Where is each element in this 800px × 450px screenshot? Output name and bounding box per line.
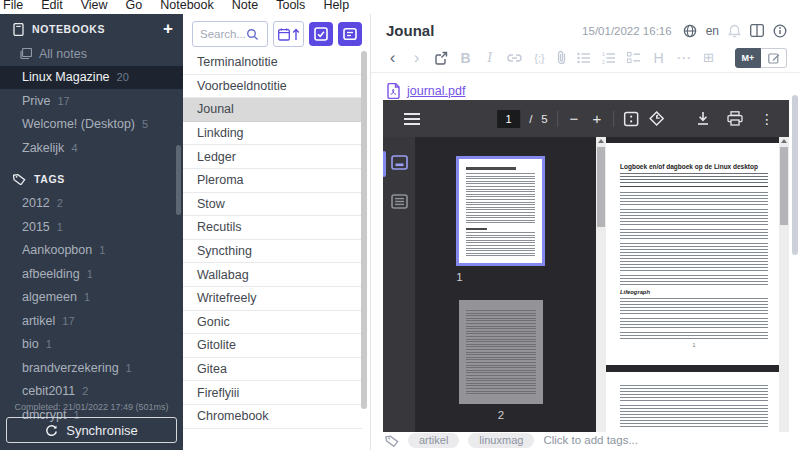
insert-plugin-button[interactable]: ⊞ (702, 50, 715, 65)
pdf-zoom-out-button[interactable]: − (567, 110, 581, 127)
note-list-item[interactable]: Wallabag (183, 263, 362, 287)
pdf-page-divider: / (529, 113, 532, 125)
new-note-button[interactable] (338, 22, 362, 46)
note-list-item[interactable]: Ledger (183, 145, 362, 169)
hyperlink-icon[interactable] (507, 54, 522, 62)
pdf-zoom-in-button[interactable]: + (590, 110, 604, 127)
menu-note[interactable]: Note (223, 0, 267, 13)
alarm-bell-icon[interactable] (728, 24, 741, 38)
checkbox-list-icon[interactable] (627, 52, 641, 64)
note-tag-pill[interactable]: artikel (408, 433, 459, 448)
note-list-item[interactable]: Writefreely (183, 287, 362, 311)
pdf-fit-page-icon[interactable] (623, 111, 639, 127)
note-list-item[interactable]: Syncthing (183, 240, 362, 264)
new-notebook-button[interactable]: + (163, 21, 173, 37)
sidebar-tag-algemeen[interactable]: algemeen1 (0, 286, 183, 310)
layout-toggle-icon[interactable] (750, 24, 764, 37)
note-body-scrollbar[interactable] (792, 95, 798, 255)
note-list-item[interactable]: Gonic (183, 311, 362, 335)
menu-notebook[interactable]: Notebook (151, 0, 223, 13)
note-list-item[interactable]: Chromebook (183, 405, 362, 429)
pdf-page-input[interactable]: 1 (497, 110, 520, 128)
sidebar-item-all-notes[interactable]: All notes (0, 42, 183, 66)
pdf-page-2 (606, 372, 779, 433)
more-toolbar-button[interactable]: ⋯ (676, 49, 691, 67)
notebook-count: 5 (142, 118, 148, 130)
notebook-icon (13, 23, 24, 36)
note-list-item[interactable]: Voorbeeldnotitie (183, 75, 362, 99)
pdf-toolbar: 1 / 5 − + ⋮ (383, 100, 789, 137)
synchronise-button[interactable]: Synchronise (6, 417, 177, 443)
info-icon[interactable] (773, 24, 787, 38)
pdf-main-scrollbar[interactable] (779, 137, 789, 433)
markdown-editor-toggle[interactable]: M+ (735, 48, 761, 68)
sort-direction-up-icon (292, 28, 300, 41)
numbered-list-icon[interactable]: 12 (602, 52, 616, 64)
note-list-item[interactable]: Linkding (183, 122, 362, 146)
note-list-item[interactable]: Gitea (183, 358, 362, 382)
pdf-print-icon[interactable] (727, 111, 743, 126)
pdf-thumbnail-page-2[interactable] (459, 300, 543, 404)
note-list-item[interactable]: Terminalnotitie (183, 51, 362, 75)
pdf-thumbnails-scrollbar[interactable] (596, 137, 606, 433)
pdf-rotate-icon[interactable] (648, 110, 665, 127)
sidebar-tag-aankoopbon[interactable]: Aankoopbon1 (0, 239, 183, 263)
tags-header-label: TAGS (34, 173, 173, 185)
sidebar: NOTEBOOKS + All notes Linux Magazine 20 … (0, 14, 183, 450)
pdf-download-icon[interactable] (696, 111, 710, 126)
back-button[interactable]: ‹ (386, 48, 399, 68)
sidebar-tag-2015[interactable]: 20151 (0, 215, 183, 239)
menu-help[interactable]: Help (314, 0, 358, 13)
sidebar-notebook-welcome[interactable]: Welcome! (Desktop) 5 (0, 113, 183, 137)
sidebar-tag-afbeelding[interactable]: afbeelding1 (0, 262, 183, 286)
note-tag-pill[interactable]: linuxmag (468, 433, 534, 448)
heading-button[interactable]: H (652, 50, 665, 66)
menu-file[interactable]: File (0, 0, 32, 13)
menu-go[interactable]: Go (117, 0, 152, 13)
sidebar-notebook-linux-magazine[interactable]: Linux Magazine 20 (0, 66, 183, 90)
menu-tools[interactable]: Tools (267, 0, 314, 13)
sidebar-notebook-prive[interactable]: Prive 17 (0, 89, 183, 113)
globe-icon[interactable] (683, 24, 697, 38)
forward-button[interactable]: › (410, 48, 423, 68)
pdf-thumbnails-tab-icon[interactable] (391, 155, 408, 170)
pdf-thumbnail-label: 1 (415, 271, 504, 283)
note-list-item-selected[interactable]: Jounal (183, 98, 362, 122)
sidebar-tag-bio[interactable]: bio1 (0, 333, 183, 357)
sidebar-notebook-zakelijk[interactable]: Zakelijk 4 (0, 136, 183, 160)
note-list-item[interactable]: Pleroma (183, 169, 362, 193)
sidebar-tag-brandverzekering[interactable]: brandverzekering1 (0, 356, 183, 380)
note-list-item[interactable]: Gitolite (183, 334, 362, 358)
sort-notes-button[interactable] (273, 21, 304, 47)
pdf-sidebar-toggle-icon[interactable] (404, 113, 420, 125)
spellcheck-language-label[interactable]: en (706, 24, 719, 38)
sidebar-tag-artikel[interactable]: artikel17 (0, 309, 183, 333)
pdf-thumbnail-page-1[interactable] (456, 156, 545, 266)
external-edit-icon[interactable] (434, 51, 448, 65)
note-tag-bar: artikel linuxmag Click to add tags... (371, 432, 800, 450)
sidebar-scrollbar[interactable] (176, 145, 181, 215)
richtext-editor-toggle[interactable] (761, 48, 787, 68)
code-button[interactable]: {;} (533, 52, 546, 64)
attach-file-icon[interactable] (557, 50, 566, 65)
new-todo-button[interactable] (309, 22, 333, 46)
menu-view[interactable]: View (72, 0, 117, 13)
note-timestamp: 15/01/2022 16:16 (582, 25, 672, 37)
sidebar-tag-2012[interactable]: 20122 (0, 192, 183, 216)
editor-toolbar: ‹ › B I {;} 12 H ⋯ ⊞ M+ (371, 43, 800, 73)
pdf-thumbnail-panel: 1 2 (415, 137, 596, 433)
menu-edit[interactable]: Edit (32, 0, 72, 13)
pdf-attachment-link[interactable]: journal.pdf (407, 84, 465, 98)
note-list-item[interactable]: Recutils (183, 216, 362, 240)
pdf-outline-tab-icon[interactable] (391, 194, 408, 209)
note-list-item[interactable]: Fireflyiii (183, 381, 362, 405)
bullet-list-icon[interactable] (577, 52, 591, 64)
add-tags-field[interactable]: Click to add tags... (543, 434, 638, 446)
bold-button[interactable]: B (459, 50, 472, 66)
search-input[interactable] (200, 28, 246, 40)
pdf-more-options-button[interactable]: ⋮ (760, 111, 774, 127)
sync-icon (45, 424, 58, 437)
italic-button[interactable]: I (483, 50, 496, 66)
note-list-item[interactable]: Stow (183, 193, 362, 217)
notes-list-scrollbar[interactable] (361, 51, 367, 409)
